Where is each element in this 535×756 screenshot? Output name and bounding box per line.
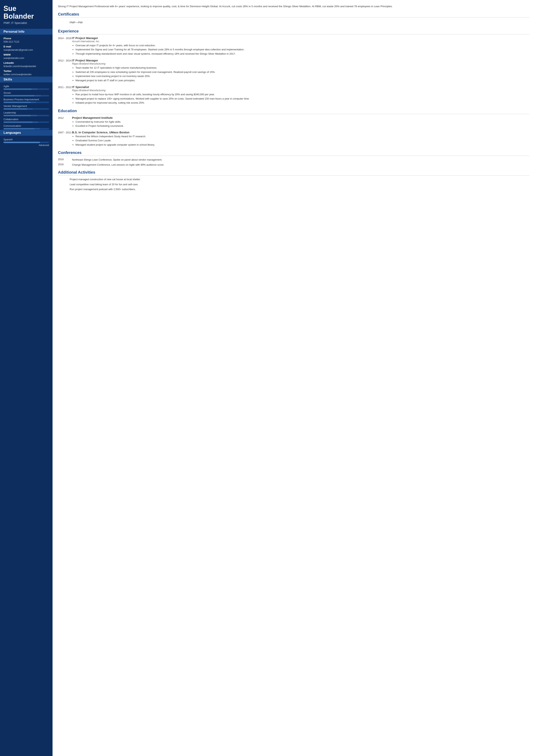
conferences-list: 2018Northeast Shingo Lean Conference, Sp… (58, 158, 529, 167)
education-bullet: Graduated Summa Cum Laude. (75, 139, 529, 143)
experience-bullet: Implemented Six Sigma and Lean Training … (75, 48, 529, 51)
languages-heading: Languages (0, 130, 52, 136)
conferences-heading: Conferences (58, 150, 529, 156)
experience-bullet: Oversaw all major IT projects for 4+ yea… (75, 43, 529, 47)
activities-list: Project-managed construction of new cat … (58, 177, 529, 191)
skill-name: Scrum (4, 91, 49, 94)
job-title: IT Project Manager (72, 36, 529, 40)
education-bullets: Received the Wilson Independent Study Aw… (72, 135, 529, 147)
education-item: 2012Project Management InstituteCommende… (58, 116, 529, 128)
job-title: IT Project Manager (72, 59, 529, 62)
activities-heading: Additional Activities (58, 170, 529, 176)
language-bar (4, 142, 49, 143)
education-bullet: Excelled in Project Scheduling coursewor… (75, 124, 529, 128)
activity-item: Run project management podcast with 2,50… (58, 187, 529, 191)
www-value: sueqbolander.com (4, 57, 49, 60)
conference-description: Northeast Shingo Lean Conference, Spoke … (72, 158, 529, 162)
experience-bullet: Initiated project for improved security,… (75, 101, 529, 105)
candidate-name: Sue Bolander (4, 5, 49, 20)
company-name: Rigas-Bratland Manufacturing (72, 89, 529, 92)
linkedin-value: linkedin.com/in/sueqbolander (4, 65, 49, 68)
skill-bar (4, 95, 49, 96)
experience-item: 2014 - 2018IT Project ManagerAccurit Int… (58, 36, 529, 56)
phone-value: 508-312-7122 (4, 40, 49, 43)
language-level: Advanced (4, 144, 49, 147)
experience-date: 2011 - 2012 (58, 85, 72, 105)
skill-bar (4, 115, 49, 116)
experience-bullet: Implemented new cost-tracking project to… (75, 74, 529, 78)
email-value: sueqbolander@gmail.com (4, 48, 49, 51)
personal-info-heading: Personal Info (0, 29, 52, 35)
skill-name: Business Process Improvement (4, 98, 49, 101)
sidebar: Sue Bolander PMP, IT Specialist Personal… (0, 0, 52, 756)
twitter-value: twitter.com/sueqbolander (4, 73, 49, 76)
experience-item: 2012 - 2014IT Project ManagerRigas-Bratl… (58, 59, 529, 83)
experience-bullets: Ran project to install hour-by-hour WIP … (72, 93, 529, 105)
experience-bullet: Managed project to replace 100+ aging wo… (75, 97, 529, 101)
conferences-section: Conferences 2018Northeast Shingo Lean Co… (58, 150, 529, 167)
conference-description: Change Management Conference, Led sessio… (72, 163, 529, 167)
experience-list: 2014 - 2018IT Project ManagerAccurit Int… (58, 36, 529, 105)
education-date: 2012 (58, 116, 72, 128)
experience-heading: Experience (58, 29, 529, 34)
experience-date: 2014 - 2018 (58, 36, 72, 56)
skill-name: Leadership (4, 111, 49, 114)
skill-name: Communication (4, 124, 49, 127)
main-content: Strong IT Project Management Professiona… (52, 0, 535, 756)
conference-date: 2018 (58, 158, 72, 162)
skill-bar (4, 89, 49, 90)
education-bullet: Managed student project to upgrade compu… (75, 143, 529, 147)
education-content: B.S. in Computer Science, UMass BostonRe… (72, 131, 529, 147)
experience-content: IT SpecialistRigas-Bratland Manufacturin… (72, 85, 529, 105)
education-content: Project Management InstituteCommended by… (72, 116, 529, 128)
experience-content: IT Project ManagerRigas-Bratland Manufac… (72, 59, 529, 83)
company-name: Rigas-Bratland Manufacturing (72, 62, 529, 65)
activities-section: Additional Activities Project-managed co… (58, 170, 529, 191)
experience-item: 2011 - 2012IT SpecialistRigas-Bratland M… (58, 85, 529, 105)
skill-bar (4, 128, 49, 129)
experience-bullet: Managed project to train all IT staff in… (75, 79, 529, 82)
company-name: Accurit International, Inc. (72, 40, 529, 43)
twitter-label: Twitter (4, 69, 49, 72)
experience-bullet: Ran project to install hour-by-hour WIP … (75, 93, 529, 96)
conference-item: 2018Northeast Shingo Lean Conference, Sp… (58, 158, 529, 162)
www-label: WWW (4, 53, 49, 56)
school-name: B.S. in Computer Science, UMass Boston (72, 131, 529, 134)
experience-bullet: Switched all 235 employees to new schedu… (75, 70, 529, 74)
candidate-title: PMP, IT Specialist (4, 21, 49, 24)
education-section: Education 2012Project Management Institu… (58, 109, 529, 147)
skills-list: AgileScrumBusiness Process ImprovementVe… (4, 85, 49, 129)
experience-bullet: Team leader for 12 IT specialists in hig… (75, 66, 529, 70)
experience-bullets: Oversaw all major IT projects for 4+ yea… (72, 43, 529, 56)
linkedin-label: LinkedIn (4, 62, 49, 64)
education-bullet: Commended by instructor for Agile skills… (75, 120, 529, 124)
experience-section: Experience 2014 - 2018IT Project Manager… (58, 29, 529, 105)
skill-name: Vendor Management (4, 105, 49, 107)
skill-name: Agile (4, 85, 49, 88)
skill-bar (4, 122, 49, 123)
skill-name: Collaboration (4, 118, 49, 121)
experience-bullet: Through implementing standardized work a… (75, 52, 529, 56)
education-bullets: Commended by instructor for Agile skills… (72, 120, 529, 128)
certificate-value: PMP—PMI (58, 19, 529, 25)
conference-date: 2016 (58, 163, 72, 167)
education-list: 2012Project Management InstituteCommende… (58, 116, 529, 147)
education-date: 2007 - 2011 (58, 131, 72, 147)
experience-date: 2012 - 2014 (58, 59, 72, 83)
email-label: E-mail (4, 45, 49, 48)
summary-text: Strong IT Project Management Professiona… (58, 4, 529, 9)
education-heading: Education (58, 109, 529, 114)
skills-heading: Skills (0, 77, 52, 82)
school-name: Project Management Institute (72, 116, 529, 119)
activity-item: Project-managed construction of new cat … (58, 177, 529, 181)
skill-bar (4, 102, 49, 103)
experience-bullets: Team leader for 12 IT specialists in hig… (72, 66, 529, 82)
skill-bar (4, 108, 49, 110)
certificates-heading: Certificates (58, 12, 529, 17)
job-title: IT Specialist (72, 85, 529, 89)
education-item: 2007 - 2011B.S. in Computer Science, UMa… (58, 131, 529, 147)
conference-item: 2016Change Management Conference, Led se… (58, 163, 529, 167)
experience-content: IT Project ManagerAccurit International,… (72, 36, 529, 56)
language-name: Spanish (4, 138, 49, 141)
phone-label: Phone (4, 37, 49, 40)
